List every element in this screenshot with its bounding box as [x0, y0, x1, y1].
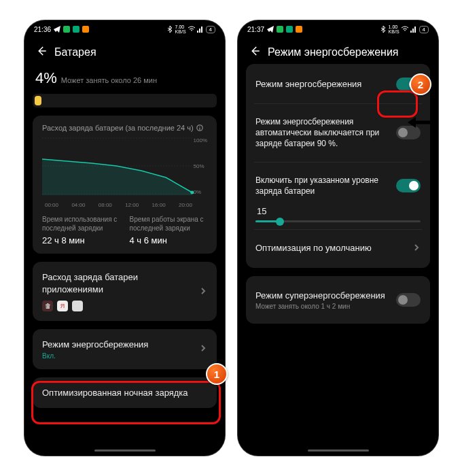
battery-indicator: 4: [419, 26, 429, 33]
battery-percent: 4%: [35, 69, 57, 87]
chevron-right-icon: [199, 343, 207, 355]
usage-title: Расход заряда батареи (за последние 24 ч…: [42, 124, 194, 132]
app-icon-3: [296, 26, 302, 33]
page-title: Режим энергосбережения: [268, 46, 399, 58]
chart-x-axis: 00:0004:0008:0012:0016:0020:00: [42, 201, 207, 208]
toggle-super-powersave[interactable]: [396, 293, 421, 307]
power-saving-card[interactable]: Режим энергосбережения Вкл.: [33, 329, 217, 369]
info-icon[interactable]: [196, 124, 203, 131]
chart-y-50: 50%: [194, 163, 207, 169]
status-time: 21:36: [34, 26, 51, 33]
phone-battery-screen: 21:36 7.00KB/S 4 Батарея 4% Может занять…: [24, 20, 225, 456]
row-powersave-main: Режим энергосбережения: [255, 72, 421, 97]
net-speed: 7.00KB/S: [175, 24, 186, 34]
stat-usage-value: 22 ч 8 мин: [42, 235, 120, 245]
wifi-icon: [402, 26, 408, 33]
battery-indicator: 4: [206, 26, 215, 33]
page-title: Батарея: [54, 46, 96, 58]
charge-estimate: Может занять около 26 мин: [61, 76, 157, 84]
app-icon-2: [286, 26, 293, 33]
signal-icon: [410, 26, 417, 33]
app-icon-1: [277, 26, 283, 33]
row-default-opt[interactable]: Оптимизация по умолчанию: [255, 237, 421, 260]
callout-badge-1: 1: [206, 363, 228, 385]
chevron-right-icon: [412, 242, 421, 254]
callout-badge-2: 2: [410, 73, 431, 95]
battery-chart: 100% 50% 0%: [42, 137, 207, 195]
status-time: 21:37: [247, 26, 264, 33]
auto-off-label: Режим энергосбережения автоматически вык…: [255, 116, 396, 150]
arrow-icon: [406, 114, 436, 133]
powersave-main-label: Режим энергосбережения: [255, 78, 361, 90]
app-icon-b: Я: [57, 301, 68, 311]
night-charge-card[interactable]: Оптимизированная ночная зарядка: [33, 377, 217, 409]
nav-handle[interactable]: [308, 449, 369, 452]
svg-rect-10: [296, 26, 302, 33]
net-speed: 1.00KB/S: [389, 24, 399, 34]
super-powersave-label: Режим суперэнергосбережения: [255, 290, 396, 302]
battery-bar: [33, 94, 217, 107]
threshold-slider-row: 15: [255, 206, 421, 222]
app-icon-c: ⋯: [72, 301, 83, 311]
toggle-enable-at-level[interactable]: [396, 179, 421, 192]
chart-y-100: 100%: [194, 137, 207, 143]
wifi-icon: [188, 26, 195, 33]
nav-handle[interactable]: [94, 449, 156, 452]
bluetooth-icon: [166, 26, 173, 33]
svg-rect-2: [82, 26, 89, 33]
svg-rect-9: [286, 26, 293, 33]
chevron-right-icon: [199, 286, 207, 298]
back-icon[interactable]: [249, 45, 261, 60]
page-header: Батарея: [24, 38, 225, 64]
enable-at-level-label: Включить при указанном уровне заряда бат…: [255, 175, 396, 197]
svg-rect-1: [73, 26, 79, 33]
usage-card: Расход заряда батареи (за последние 24 ч…: [33, 116, 217, 254]
row-enable-at-level: Включить при указанном уровне заряда бат…: [255, 169, 421, 202]
app-icon-2: [73, 26, 79, 33]
row-auto-off: Режим энергосбережения автоматически вык…: [255, 111, 421, 155]
phone-powersave-screen: 21:37 1.00KB/S 4 Режим энергосбережения …: [238, 20, 438, 456]
stat-screen-label: Время работы экрана с последней зарядки: [130, 215, 208, 233]
app-icon-a: 🗑: [42, 301, 53, 311]
threshold-value: 15: [257, 206, 421, 216]
powersave-settings-card: Режим энергосбережения Режим энергосбере…: [246, 64, 430, 268]
super-powersave-sub: Может занять около 1 ч 2 мин: [255, 303, 396, 310]
night-charge-title: Оптимизированная ночная зарядка: [42, 387, 188, 399]
app-icons-row: 🗑 Я ⋯: [42, 301, 199, 311]
signal-icon: [197, 26, 204, 33]
battery-percent-row: 4% Может занять около 26 мин: [33, 64, 217, 91]
svg-rect-0: [63, 26, 70, 33]
telegram-icon: [267, 26, 274, 33]
status-bar: 21:36 7.00KB/S 4: [24, 20, 225, 38]
svg-rect-8: [277, 26, 283, 33]
default-opt-label: Оптимизация по умолчанию: [255, 242, 372, 254]
stat-screen-value: 4 ч 6 мин: [130, 235, 208, 245]
app-icon-3: [82, 26, 89, 33]
telegram-icon: [54, 26, 60, 33]
power-saving-title: Режим энергосбережения: [42, 339, 199, 351]
battery-bar-fill: [35, 96, 41, 105]
apps-usage-title: Расход заряда батареи приложениями: [42, 271, 199, 295]
chart-y-0: 0%: [194, 189, 207, 195]
bluetooth-icon: [380, 26, 387, 33]
row-super-powersave: Режим суперэнергосбережения Может занять…: [255, 284, 421, 316]
stat-usage-label: Время использования с последней зарядки: [42, 215, 120, 233]
threshold-slider[interactable]: [255, 220, 421, 222]
status-bar: 21:37 1.00KB/S 4: [238, 20, 438, 38]
apps-usage-card[interactable]: Расход заряда батареи приложениями 🗑 Я ⋯: [33, 262, 217, 321]
super-powersave-card: Режим суперэнергосбережения Может занять…: [246, 276, 430, 324]
power-saving-status: Вкл.: [42, 352, 199, 360]
page-header: Режим энергосбережения: [238, 38, 438, 64]
back-icon[interactable]: [35, 45, 48, 60]
app-icon-1: [63, 26, 70, 33]
